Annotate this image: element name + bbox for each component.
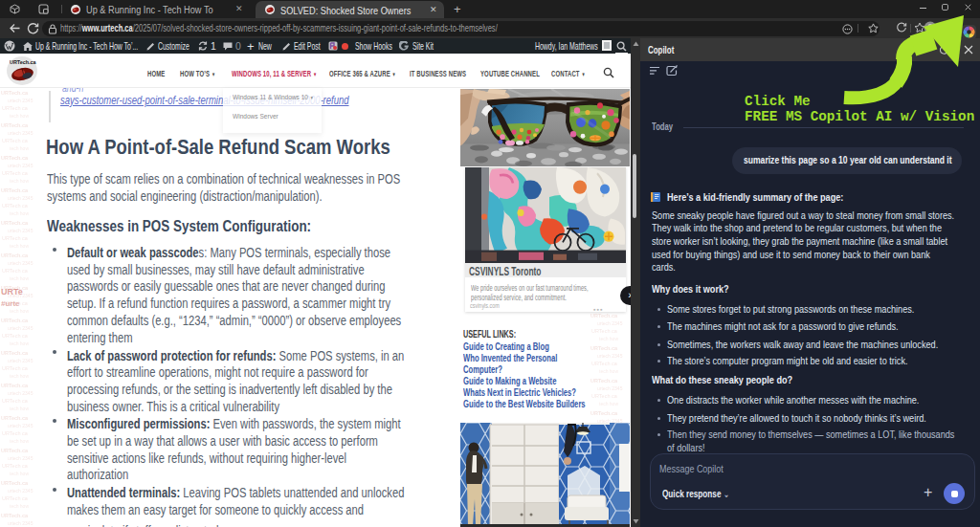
svg-text:#urte: #urte [1,299,20,308]
svg-text:URTe: URTe [1,287,23,296]
